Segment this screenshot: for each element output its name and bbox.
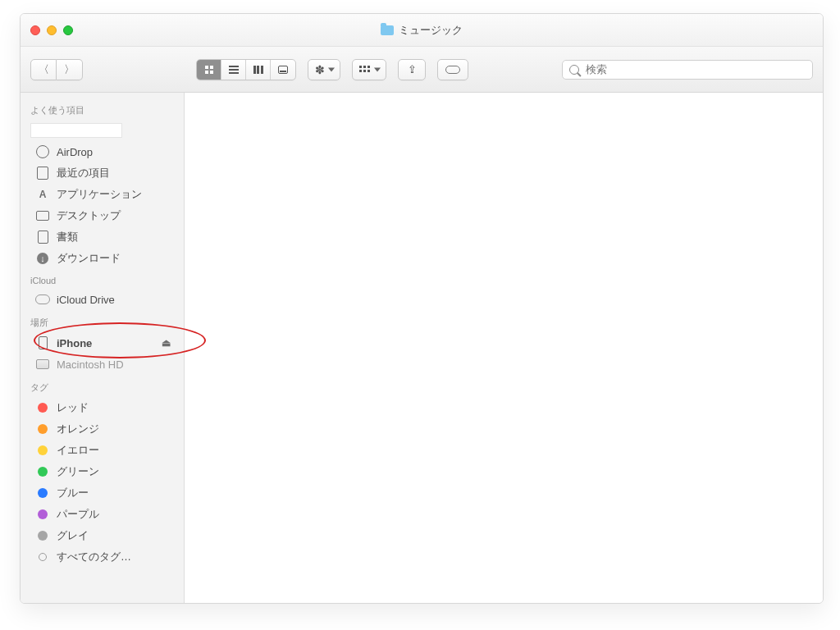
sidebar-item-macintosh-hd[interactable]: Macintosh HD xyxy=(21,354,184,375)
toolbar: 〈 〉 ✽ ⇪ xyxy=(21,47,823,93)
nav-buttons: 〈 〉 xyxy=(30,59,83,80)
desktop-icon xyxy=(35,211,50,221)
sidebar-item-label: パープル xyxy=(57,507,99,522)
sidebar-tag-gray[interactable]: グレイ xyxy=(21,525,184,546)
sidebar-item-label: 書類 xyxy=(57,230,78,244)
close-button[interactable] xyxy=(30,25,40,35)
search-field[interactable] xyxy=(562,60,813,80)
applications-icon xyxy=(35,189,50,200)
sidebar-item-icloud-drive[interactable]: iCloud Drive xyxy=(21,289,184,310)
window-controls xyxy=(21,25,73,35)
eject-icon[interactable]: ⏏ xyxy=(162,337,176,349)
list-view-icon xyxy=(229,66,239,74)
tag-dot-icon xyxy=(38,488,48,498)
tag-dot-icon xyxy=(38,467,48,477)
sidebar-item-label: iPhone xyxy=(57,337,92,349)
sidebar-item-recents[interactable]: 最近の項目 xyxy=(21,162,184,184)
sidebar-item-iphone[interactable]: iPhone ⏏ xyxy=(21,332,184,354)
zoom-button[interactable] xyxy=(63,25,73,35)
sidebar-heading-favorites: よく使う項目 xyxy=(21,98,184,120)
cloud-icon xyxy=(35,294,50,304)
sidebar-item-airdrop[interactable]: AirDrop xyxy=(21,141,184,162)
downloads-icon: ↓ xyxy=(35,253,50,264)
sidebar-item-label: デスクトップ xyxy=(57,208,121,223)
window-title: ミュージック xyxy=(21,23,823,38)
sidebar-item-label: オレンジ xyxy=(57,422,99,436)
search-input[interactable] xyxy=(584,62,806,76)
sidebar: よく使う項目 AirDrop 最近の項目 アプリケーション デスクトップ 書類 xyxy=(21,93,185,603)
sidebar-item-label: レッド xyxy=(57,400,89,415)
tag-dot-icon xyxy=(38,424,48,434)
sidebar-tag-yellow[interactable]: イエロー xyxy=(21,440,184,461)
tag-icon xyxy=(445,66,460,74)
back-button[interactable]: 〈 xyxy=(30,59,57,80)
view-switcher xyxy=(196,59,296,80)
gear-icon: ✽ xyxy=(315,63,325,76)
sidebar-item-downloads[interactable]: ↓ ダウンロード xyxy=(21,248,184,269)
sidebar-item-documents[interactable]: 書類 xyxy=(21,226,184,248)
gallery-view-icon xyxy=(278,66,288,74)
sidebar-item-label: Macintosh HD xyxy=(57,358,124,371)
search-icon xyxy=(569,65,579,75)
sidebar-tag-purple[interactable]: パープル xyxy=(21,504,184,525)
share-icon: ⇪ xyxy=(408,63,417,75)
sidebar-item-label: イエロー xyxy=(57,443,99,458)
sidebar-heading-locations: 場所 xyxy=(21,310,184,332)
tag-dot-icon xyxy=(38,509,48,519)
view-column[interactable] xyxy=(246,60,271,80)
sidebar-item-label: アプリケーション xyxy=(57,187,142,202)
sidebar-tag-orange[interactable]: オレンジ xyxy=(21,418,184,440)
folder-icon xyxy=(381,25,394,35)
grid-icon xyxy=(359,66,371,74)
tag-dot-icon xyxy=(39,553,47,561)
documents-icon xyxy=(35,231,50,244)
finder-window: ミュージック 〈 〉 ✽ ⇪ xyxy=(20,13,824,604)
sidebar-item-label: 最近の項目 xyxy=(57,166,110,180)
sidebar-heading-icloud: iCloud xyxy=(21,269,184,289)
action-menu[interactable]: ✽ xyxy=(308,59,340,80)
sidebar-tag-red[interactable]: レッド xyxy=(21,397,184,418)
column-view-icon xyxy=(253,66,263,74)
view-list[interactable] xyxy=(221,60,246,80)
window-body: よく使う項目 AirDrop 最近の項目 アプリケーション デスクトップ 書類 xyxy=(21,93,823,603)
forward-button[interactable]: 〉 xyxy=(57,59,83,80)
sidebar-item-applications[interactable]: アプリケーション xyxy=(21,184,184,205)
sidebar-tag-green[interactable]: グリーン xyxy=(21,461,184,482)
sidebar-item-label: AirDrop xyxy=(57,146,93,158)
sidebar-tag-blue[interactable]: ブルー xyxy=(21,482,184,504)
edit-tags-button[interactable] xyxy=(437,59,468,80)
sidebar-item-label: すべてのタグ… xyxy=(57,550,131,564)
sidebar-item-label: ブルー xyxy=(57,486,89,500)
tag-dot-icon xyxy=(38,403,48,413)
sidebar-heading-tags: タグ xyxy=(21,375,184,397)
sidebar-item-label: ダウンロード xyxy=(57,251,121,266)
sidebar-item-label: iCloud Drive xyxy=(57,294,115,306)
hard-disk-icon xyxy=(35,359,50,369)
share-button[interactable]: ⇪ xyxy=(398,59,426,80)
minimize-button[interactable] xyxy=(47,25,57,35)
window-title-text: ミュージック xyxy=(399,23,463,38)
title-bar: ミュージック xyxy=(21,14,823,47)
view-icon[interactable] xyxy=(197,60,221,80)
recents-icon xyxy=(35,167,50,180)
airdrop-icon xyxy=(35,145,50,158)
tag-dot-icon xyxy=(38,445,48,455)
content-area xyxy=(185,93,823,603)
sidebar-item-label: グレイ xyxy=(57,528,89,543)
icon-view-icon xyxy=(205,66,213,74)
tag-dot-icon xyxy=(38,531,48,541)
sidebar-item-desktop[interactable]: デスクトップ xyxy=(21,205,184,226)
sidebar-item-label: グリーン xyxy=(57,464,99,479)
iphone-icon xyxy=(35,336,50,349)
group-menu[interactable] xyxy=(352,59,386,80)
sidebar-item-redacted[interactable] xyxy=(30,123,122,138)
sidebar-tag-all[interactable]: すべてのタグ… xyxy=(21,546,184,568)
view-gallery[interactable] xyxy=(271,60,295,80)
